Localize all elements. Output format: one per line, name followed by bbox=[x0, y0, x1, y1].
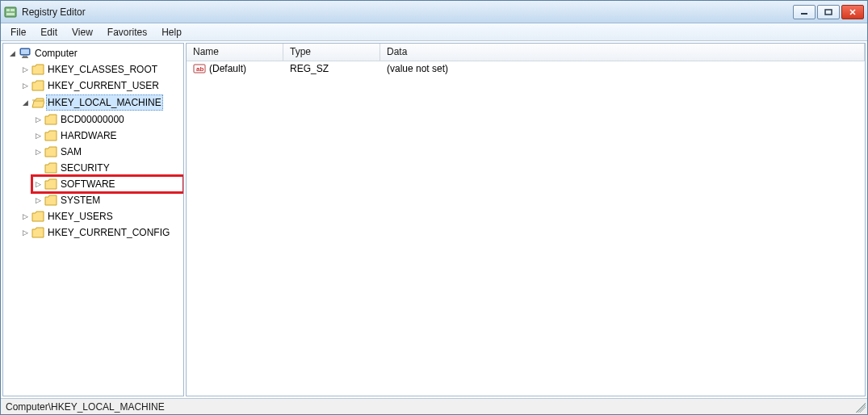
menu-edit[interactable]: Edit bbox=[34, 25, 64, 40]
maximize-button[interactable] bbox=[817, 5, 840, 19]
menu-favorites[interactable]: Favorites bbox=[101, 25, 153, 40]
tree-node-hklm[interactable]: ◢ HKEY_LOCAL_MACHINE bbox=[19, 94, 183, 111]
window-controls bbox=[793, 5, 864, 19]
folder-icon bbox=[44, 146, 57, 157]
collapse-icon[interactable]: ◢ bbox=[8, 49, 17, 58]
tree-node-security[interactable]: ▷ SECURITY bbox=[32, 160, 183, 176]
list-header: Name Type Data bbox=[187, 44, 865, 61]
computer-icon bbox=[19, 47, 31, 60]
tree-pane[interactable]: ◢ Computer ▷ HKEY_CLASSES_ROOT bbox=[2, 43, 184, 396]
folder-icon bbox=[44, 130, 57, 141]
expand-icon[interactable]: ▷ bbox=[34, 132, 43, 140]
tree-node-software[interactable]: ▷ SOFTWARE bbox=[32, 176, 183, 192]
value-type: REG_SZ bbox=[283, 62, 380, 75]
col-type-header[interactable]: Type bbox=[283, 44, 380, 61]
menu-file[interactable]: File bbox=[4, 25, 32, 40]
folder-icon bbox=[31, 64, 44, 75]
tree-label: HKEY_CLASSES_ROOT bbox=[46, 62, 159, 77]
svg-rect-1 bbox=[6, 9, 10, 11]
tree-node-system[interactable]: ▷ SYSTEM bbox=[32, 192, 183, 208]
tree-label: HKEY_USERS bbox=[46, 209, 115, 224]
svg-rect-5 bbox=[825, 10, 832, 15]
folder-icon bbox=[31, 227, 44, 238]
statusbar: Computer\HKEY_LOCAL_MACHINE bbox=[1, 398, 867, 414]
tree-node-hku[interactable]: ▷ HKEY_USERS bbox=[19, 208, 183, 224]
expand-icon[interactable]: ▷ bbox=[21, 65, 30, 74]
svg-text:ab: ab bbox=[196, 65, 203, 73]
value-name: (Default) bbox=[209, 63, 246, 74]
tree-node-bcd[interactable]: ▷ BCD00000000 bbox=[32, 111, 183, 128]
expand-icon[interactable]: ▷ bbox=[21, 212, 30, 221]
tree-node-hkcr[interactable]: ▷ HKEY_CLASSES_ROOT bbox=[19, 61, 183, 78]
folder-icon bbox=[31, 80, 44, 91]
collapse-icon[interactable]: ◢ bbox=[21, 99, 30, 107]
window-title: Registry Editor bbox=[22, 6, 793, 18]
svg-rect-3 bbox=[6, 13, 15, 15]
svg-rect-2 bbox=[10, 9, 15, 11]
menu-view[interactable]: View bbox=[65, 25, 99, 40]
menu-help[interactable]: Help bbox=[155, 25, 188, 40]
tree-label: Computer bbox=[33, 46, 79, 61]
folder-icon bbox=[44, 114, 57, 125]
regedit-app-icon bbox=[4, 6, 17, 19]
expand-icon[interactable]: ▷ bbox=[34, 196, 43, 205]
tree-label: HARDWARE bbox=[59, 128, 119, 143]
svg-rect-9 bbox=[22, 57, 28, 58]
content-area: ◢ Computer ▷ HKEY_CLASSES_ROOT bbox=[1, 41, 867, 398]
expand-icon[interactable]: ▷ bbox=[34, 180, 43, 189]
titlebar: Registry Editor bbox=[1, 1, 867, 23]
svg-rect-8 bbox=[23, 56, 27, 57]
col-name-header[interactable]: Name bbox=[187, 44, 283, 61]
tree-node-hkcc[interactable]: ▷ HKEY_CURRENT_CONFIG bbox=[19, 224, 183, 241]
svg-rect-7 bbox=[21, 49, 29, 54]
tree-label: BCD00000000 bbox=[59, 112, 126, 127]
expand-icon[interactable]: ▷ bbox=[34, 148, 43, 157]
tree-label: HKEY_LOCAL_MACHINE bbox=[46, 94, 163, 111]
list-row[interactable]: ab (Default) REG_SZ (value not set) bbox=[187, 61, 865, 76]
svg-rect-4 bbox=[801, 13, 807, 15]
tree-label: SAM bbox=[59, 145, 83, 159]
folder-open-icon bbox=[31, 97, 44, 108]
statusbar-path: Computer\HKEY_LOCAL_MACHINE bbox=[6, 401, 165, 413]
string-value-icon: ab bbox=[193, 62, 206, 75]
expand-icon[interactable]: ▷ bbox=[34, 115, 43, 124]
tree-label: HKEY_CURRENT_CONFIG bbox=[46, 225, 171, 240]
tree-label: SYSTEM bbox=[59, 193, 102, 208]
folder-icon bbox=[44, 195, 57, 206]
folder-icon bbox=[44, 162, 57, 174]
col-data-header[interactable]: Data bbox=[380, 44, 865, 61]
tree-label: SECURITY bbox=[59, 161, 111, 175]
list-body[interactable]: ab (Default) REG_SZ (value not set) bbox=[187, 61, 865, 396]
tree-node-hardware[interactable]: ▷ HARDWARE bbox=[32, 128, 183, 144]
close-button[interactable] bbox=[841, 5, 864, 19]
folder-icon bbox=[44, 178, 57, 190]
minimize-button[interactable] bbox=[793, 5, 816, 19]
expand-icon[interactable]: ▷ bbox=[21, 228, 30, 237]
tree-label: HKEY_CURRENT_USER bbox=[46, 78, 161, 93]
tree-node-sam[interactable]: ▷ SAM bbox=[32, 144, 183, 160]
value-data: (value not set) bbox=[380, 62, 865, 75]
folder-icon bbox=[31, 211, 44, 222]
list-pane: Name Type Data ab (Default) REG_SZ (valu… bbox=[186, 43, 866, 396]
expand-icon[interactable]: ▷ bbox=[21, 82, 30, 90]
menubar: File Edit View Favorites Help bbox=[1, 23, 867, 41]
tree-label: SOFTWARE bbox=[59, 177, 117, 191]
svg-rect-0 bbox=[5, 7, 16, 17]
tree-node-hkcu[interactable]: ▷ HKEY_CURRENT_USER bbox=[19, 78, 183, 94]
tree-node-computer[interactable]: ◢ Computer bbox=[6, 45, 183, 61]
